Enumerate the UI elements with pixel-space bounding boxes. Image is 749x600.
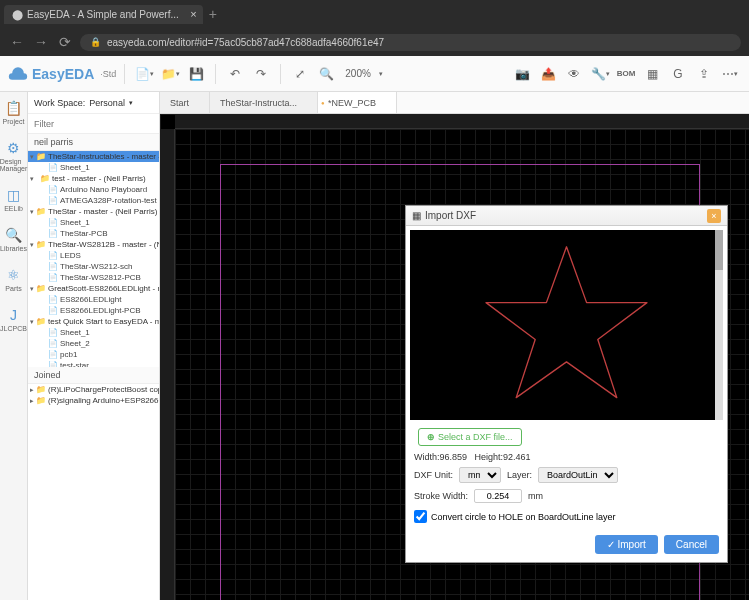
tree-item[interactable]: ▾📁test - master - (Neil Parris) <box>28 173 159 184</box>
rail-design-manager[interactable]: ⚙Design Manager <box>0 136 27 175</box>
tree-item[interactable]: 📄TheStar-WS212-sch <box>28 261 159 272</box>
url-text: easyeda.com/editor#id=75ac05cb87ad47c688… <box>107 37 384 48</box>
save-button[interactable]: 💾 <box>185 63 207 85</box>
rail-eelib[interactable]: ◫EELib <box>0 183 27 215</box>
editor-tab[interactable]: TheStar-Instructa... <box>210 92 318 113</box>
project-panel: Work Space: Personal ▾ neil parris ▾📁The… <box>28 92 160 600</box>
tab-title: EasyEDA - A Simple and Powerf... <box>27 9 179 20</box>
back-button[interactable]: ← <box>8 34 26 50</box>
bom-button[interactable]: BOM <box>615 63 637 85</box>
chip-button[interactable]: ▦ <box>641 63 663 85</box>
dxf-preview <box>410 230 723 420</box>
layer-select[interactable]: BoardOutLine <box>538 467 618 483</box>
tree-item[interactable]: 📄LEDS <box>28 250 159 261</box>
logo-badge: ·Std <box>100 69 116 79</box>
unit-layer-row: DXF Unit: mm Layer: BoardOutLine <box>406 464 727 486</box>
tree-item[interactable]: ▾📁TheStar-WS2812B - master - (Neil <box>28 239 159 250</box>
tree-item[interactable]: ▾📁GreatScott-ES8266LEDLight - mast <box>28 283 159 294</box>
tree-item[interactable]: 📄test-star <box>28 360 159 367</box>
expand-button[interactable]: ⤢ <box>289 63 311 85</box>
camera-button[interactable]: 📷 <box>511 63 533 85</box>
import-button[interactable]: Import <box>595 535 658 554</box>
rail-jlcpcb[interactable]: JJLCPCB <box>0 303 27 335</box>
stroke-row: Stroke Width: mm <box>406 486 727 506</box>
app-logo[interactable]: EasyEDA ·Std <box>8 66 116 82</box>
workspace-value: Personal <box>89 98 125 108</box>
filter-input[interactable] <box>28 114 159 134</box>
tree-item[interactable]: 📄TheStar-WS2812-PCB <box>28 272 159 283</box>
tree-item[interactable]: ▸📁(R)signaling Arduino+ESP8266+S <box>28 395 159 406</box>
tree-item[interactable]: ▾📁TheStar-Instructables - master - (N <box>28 151 159 162</box>
joined-tree[interactable]: ▸📁(R)LiPoChargeProtectBoost copy -▸📁(R)s… <box>28 384 159 600</box>
new-tab-button[interactable]: + <box>209 6 217 22</box>
view-button[interactable]: 👁 <box>563 63 585 85</box>
dialog-titlebar[interactable]: ▦ Import DXF × <box>406 206 727 226</box>
divider <box>124 64 125 84</box>
tree-item[interactable]: 📄Sheet_2 <box>28 338 159 349</box>
forward-button[interactable]: → <box>32 34 50 50</box>
rail-libraries[interactable]: 🔍Libraries <box>0 223 27 255</box>
tree-item[interactable]: ▸📁(R)LiPoChargeProtectBoost copy - <box>28 384 159 395</box>
reload-button[interactable]: ⟳ <box>56 34 74 50</box>
plus-icon: ⊕ <box>427 432 435 442</box>
chevron-down-icon[interactable]: ▾ <box>379 70 383 78</box>
tree-item[interactable]: 📄TheStar-PCB <box>28 228 159 239</box>
star-preview <box>410 230 723 420</box>
divider <box>215 64 216 84</box>
dxf-unit-select[interactable]: mm <box>459 467 501 483</box>
ruler-horizontal <box>175 114 749 129</box>
convert-circle-row: Convert circle to HOLE on BoardOutLine l… <box>406 506 727 527</box>
dialog-actions: Import Cancel <box>406 527 727 562</box>
editor-tab[interactable]: Start <box>160 92 210 113</box>
browser-tab[interactable]: ⬤ EasyEDA - A Simple and Powerf... × <box>4 5 203 24</box>
convert-circle-checkbox[interactable] <box>414 510 427 523</box>
tree-item[interactable]: 📄Sheet_1 <box>28 217 159 228</box>
left-rail: 📋Project ⚙Design Manager ◫EELib 🔍Librari… <box>0 92 28 600</box>
chevron-down-icon: ▾ <box>129 99 133 107</box>
share-button[interactable]: ⇪ <box>693 63 715 85</box>
cancel-button[interactable]: Cancel <box>664 535 719 554</box>
tree-item[interactable]: 📄Sheet_1 <box>28 327 159 338</box>
tree-item[interactable]: ▾📁TheStar - master - (Neil Parris) <box>28 206 159 217</box>
workspace-label: Work Space: <box>34 98 85 108</box>
gerber-button[interactable]: G <box>667 63 689 85</box>
rail-project[interactable]: 📋Project <box>0 96 27 128</box>
file-menu[interactable]: 📄▾ <box>133 63 155 85</box>
workspace-selector[interactable]: Work Space: Personal ▾ <box>28 92 159 114</box>
logo-text: EasyEDA <box>32 66 94 82</box>
scrollbar[interactable] <box>715 230 723 420</box>
tree-item[interactable]: 📄Arduino Nano Playboard <box>28 184 159 195</box>
scrollbar-thumb[interactable] <box>715 230 723 270</box>
folder-menu[interactable]: 📁▾ <box>159 63 181 85</box>
select-dxf-button[interactable]: ⊕ Select a DXF file... <box>418 428 522 446</box>
url-input[interactable]: 🔒 easyeda.com/editor#id=75ac05cb87ad47c6… <box>80 34 741 51</box>
tree-item[interactable]: ▾📁test Quick Start to EasyEDA - mast <box>28 316 159 327</box>
project-tree[interactable]: ▾📁TheStar-Instructables - master - (N📄Sh… <box>28 151 159 367</box>
divider <box>280 64 281 84</box>
zoom-menu[interactable]: 🔍 <box>315 63 337 85</box>
editor-tab[interactable]: *NEW_PCB <box>318 92 397 113</box>
tree-item[interactable]: 📄pcb1 <box>28 349 159 360</box>
undo-button[interactable]: ↶ <box>224 63 246 85</box>
cloud-icon <box>8 67 28 81</box>
tree-item[interactable]: 📄ES8266LEDLight-PCB <box>28 305 159 316</box>
ruler-vertical <box>160 129 175 600</box>
close-button[interactable]: × <box>707 209 721 223</box>
redo-button[interactable]: ↷ <box>250 63 272 85</box>
app-icon: ▦ <box>412 210 421 221</box>
export-button[interactable]: 📤 <box>537 63 559 85</box>
close-icon[interactable]: × <box>190 8 196 20</box>
tree-item[interactable]: 📄Sheet_1 <box>28 162 159 173</box>
browser-url-bar: ← → ⟳ 🔒 easyeda.com/editor#id=75ac05cb87… <box>0 28 749 56</box>
tools-menu[interactable]: 🔧▾ <box>589 63 611 85</box>
rail-parts[interactable]: ⚛Parts <box>0 263 27 295</box>
editor-tab-row: StartTheStar-Instructa...*NEW_PCB <box>160 92 749 114</box>
lock-icon: 🔒 <box>90 37 101 47</box>
more-menu[interactable]: ⋯▾ <box>719 63 741 85</box>
tree-item[interactable]: 📄ES8266LEDLight <box>28 294 159 305</box>
zoom-level: 200% <box>341 68 375 79</box>
layer-label: Layer: <box>507 470 532 480</box>
tree-item[interactable]: 📄ATMEGA328P-rotation-test <box>28 195 159 206</box>
dxf-unit-label: DXF Unit: <box>414 470 453 480</box>
stroke-width-input[interactable] <box>474 489 522 503</box>
